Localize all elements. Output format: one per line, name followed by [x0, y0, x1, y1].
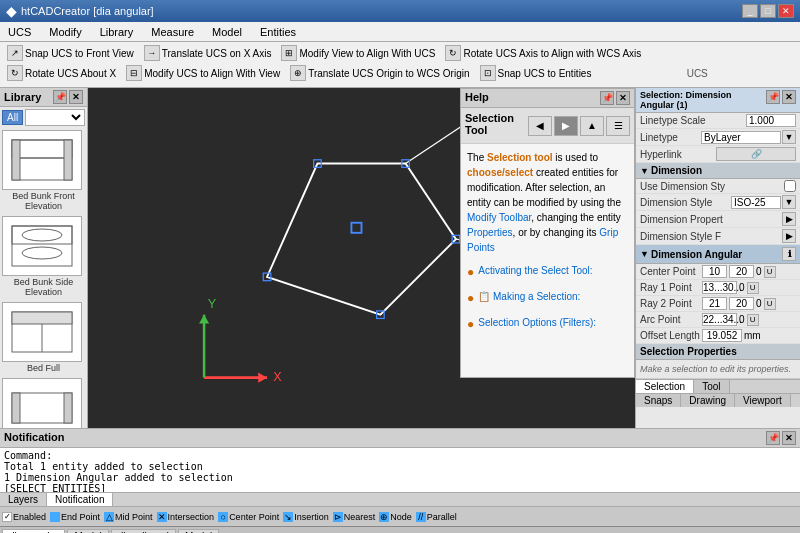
help-prev-btn[interactable]: ◀ [528, 116, 552, 136]
dimension-collapse-icon[interactable]: ▼ [640, 166, 649, 176]
dim-angular-collapse-icon[interactable]: ▼ [640, 249, 649, 259]
help-menu-btn[interactable]: ☰ [606, 116, 630, 136]
svg-point-8 [22, 247, 62, 259]
center-point-row: Center Point 10 20 0 U [636, 264, 800, 280]
menu-measure[interactable]: Measure [147, 22, 198, 41]
file-tab-3[interactable]: Model [178, 529, 219, 534]
rotate-ucs-axis-btn[interactable]: ↻ Rotate UCS Axis to Align with WCS Axis [442, 44, 644, 62]
list-item[interactable]: Bed Full FrontElevation [2, 378, 85, 428]
ray2-btn[interactable]: U [764, 298, 776, 310]
library-filter: All [0, 107, 87, 128]
help-content: The Selection tool is used to choose/sel… [461, 144, 634, 377]
help-pin-btn[interactable]: 📌 [600, 91, 614, 105]
subtab-snaps[interactable]: Snaps [636, 394, 681, 407]
dim-prop-btn[interactable]: ▶ [782, 212, 796, 226]
snap-endpoint[interactable]: End Point [50, 512, 100, 522]
help-link-options[interactable]: ● Selection Options (Filters): [467, 315, 628, 333]
help-next-btn[interactable]: ▶ [554, 116, 578, 136]
minimize-button[interactable]: _ [742, 4, 758, 18]
menu-library[interactable]: Library [96, 22, 138, 41]
library-close-btn[interactable]: ✕ [69, 90, 83, 104]
arc-btn[interactable]: U [747, 314, 759, 326]
use-dim-style-row: Use Dimension Sty [636, 179, 800, 194]
notification-pin-btn[interactable]: 📌 [766, 431, 780, 445]
svg-rect-13 [12, 393, 20, 423]
help-link-activate[interactable]: ● Activating the Select Tool: [467, 263, 628, 281]
notification-close-btn[interactable]: ✕ [782, 431, 796, 445]
svg-rect-5 [12, 226, 72, 266]
maximize-button[interactable]: □ [760, 4, 776, 18]
app-title: htCADCreator [dia angular] [21, 5, 154, 17]
file-tab-2[interactable]: dim aligned [111, 529, 176, 534]
file-tab-1[interactable]: Model [67, 529, 108, 534]
menu-modify[interactable]: Modify [45, 22, 85, 41]
subtab-drawing[interactable]: Drawing [681, 394, 735, 407]
snap-parallel[interactable]: // Parallel [416, 512, 457, 522]
svg-rect-4 [64, 140, 72, 180]
snap-nearest[interactable]: ⊳ Nearest [333, 512, 376, 522]
modify-ucs-align-view-btn[interactable]: ⊟ Modify UCS to Align With View [123, 64, 283, 82]
notif-line-1: Total 1 entity added to selection [4, 461, 796, 472]
bed-bunk-side-img [2, 216, 82, 276]
snap-parallel-icon: // [416, 512, 426, 522]
linetype-dropdown-btn[interactable]: ▼ [782, 130, 796, 144]
notif-line-2: 1 Dimension Angular added to selection [4, 472, 796, 483]
library-filter-dropdown[interactable] [25, 109, 85, 126]
menu-model[interactable]: Model [208, 22, 246, 41]
selection-pin-btn[interactable]: 📌 [766, 90, 780, 104]
modify-view-align-ucs-btn[interactable]: ⊞ Modify View to Align With UCS [278, 44, 438, 62]
menu-entities[interactable]: Entities [256, 22, 300, 41]
close-button[interactable]: ✕ [778, 4, 794, 18]
translate-ucs-origin-btn[interactable]: ⊕ Translate UCS Origin to WCS Origin [287, 64, 472, 82]
bed-full-label: Bed Full [2, 362, 85, 374]
help-close-btn[interactable]: ✕ [616, 91, 630, 105]
selection-close-btn[interactable]: ✕ [782, 90, 796, 104]
ray1-btn[interactable]: U [747, 282, 759, 294]
bed-bunk-side-label: Bed Bunk SideElevation [2, 276, 85, 298]
subtab-viewport[interactable]: Viewport [735, 394, 791, 407]
dim-prop-row: Dimension Propert ▶ [636, 211, 800, 228]
snap-ucs-front-view-btn[interactable]: ↗ Snap UCS to Front View [4, 44, 137, 62]
notification-content: Command: Total 1 entity added to selecti… [0, 448, 800, 492]
snap-enabled-checkbox[interactable]: ✓ [2, 512, 12, 522]
help-up-btn[interactable]: ▲ [580, 116, 604, 136]
snap-intersection[interactable]: ✕ Intersection [157, 512, 215, 522]
rotate-ucs-x-btn[interactable]: ↻ Rotate UCS About X [4, 64, 119, 82]
tab-selection[interactable]: Selection [636, 380, 694, 393]
snap-insertion[interactable]: ↘ Insertion [283, 512, 329, 522]
translate-ucs-x-btn[interactable]: → Translate UCS on X Axis [141, 44, 275, 62]
notification-header: Notification 📌 ✕ [0, 429, 800, 448]
tab-tool[interactable]: Tool [694, 380, 729, 393]
dim-angular-info-btn[interactable]: ℹ [782, 247, 796, 261]
window-controls[interactable]: _ □ ✕ [742, 4, 794, 18]
center-point-btn[interactable]: U [764, 266, 776, 278]
file-tab-0[interactable]: dia angular [2, 529, 65, 534]
list-item[interactable]: Bed Bunk FrontElevation [2, 130, 85, 212]
dim-style-row: Dimension Style ISO-25 ▼ [636, 194, 800, 211]
library-pin-btn[interactable]: 📌 [53, 90, 67, 104]
list-item[interactable]: Bed Full [2, 302, 85, 374]
library-all-btn[interactable]: All [2, 110, 23, 125]
svg-rect-0 [12, 140, 72, 180]
snap-ucs-entities-btn[interactable]: ⊡ Snap UCS to Entities [477, 64, 595, 82]
snap-midpoint[interactable]: △ Mid Point [104, 512, 153, 522]
list-item[interactable]: Bed Bunk SideElevation [2, 216, 85, 298]
hyperlink-btn[interactable]: 🔗 [716, 147, 796, 161]
snap-node[interactable]: ⊕ Node [379, 512, 412, 522]
help-link-selection[interactable]: ● 📋 Making a Selection: [467, 289, 628, 307]
snap-centerpoint[interactable]: ○ Center Point [218, 512, 279, 522]
ray2-point-row: Ray 2 Point 21 20 0 U [636, 296, 800, 312]
menu-ucs[interactable]: UCS [4, 22, 35, 41]
selection-props-text: Make a selection to edit its properties. [636, 360, 800, 379]
snap-node-icon: ⊕ [379, 512, 389, 522]
dimension-section-header: ▼ Dimension [636, 163, 800, 179]
tab-notification[interactable]: Notification [47, 493, 113, 506]
dim-style-f-btn[interactable]: ▶ [782, 229, 796, 243]
use-dim-style-checkbox[interactable] [784, 180, 796, 192]
ray1-point-row: Ray 1 Point 13...30... 0 U [636, 280, 800, 296]
snap-enabled[interactable]: ✓ Enabled [2, 512, 46, 522]
bed-bunk-front-img [2, 130, 82, 190]
dim-style-dropdown-btn[interactable]: ▼ [782, 195, 796, 209]
help-selection-icon: 📋 [478, 291, 493, 302]
tab-layers[interactable]: Layers [0, 493, 47, 506]
